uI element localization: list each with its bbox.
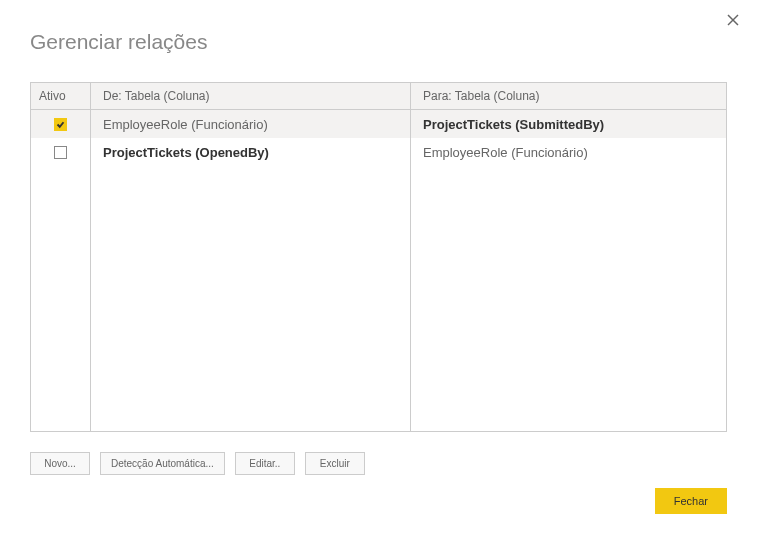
dialog-footer: Fechar	[655, 488, 727, 514]
new-button[interactable]: Novo...	[30, 452, 90, 475]
close-button[interactable]: Fechar	[655, 488, 727, 514]
header-active: Ativo	[31, 83, 91, 109]
table-row[interactable]: EmployeeRole (Funcionário) ProjectTicket…	[31, 110, 726, 138]
to-text: ProjectTickets (SubmittedBy)	[423, 117, 604, 132]
from-text: ProjectTickets (OpenedBy)	[103, 145, 269, 160]
dialog-title: Gerenciar relações	[30, 30, 727, 54]
from-text: EmployeeRole (Funcionário)	[103, 117, 268, 132]
manage-relationships-dialog: Gerenciar relações Ativo De: Tabela (Col…	[0, 0, 757, 534]
cell-active	[31, 110, 91, 138]
grid-empty-area	[31, 166, 726, 431]
action-buttons: Novo... Detecção Automática... Editar.. …	[30, 452, 727, 475]
cell-from: EmployeeRole (Funcionário)	[91, 110, 411, 138]
edit-button[interactable]: Editar..	[235, 452, 295, 475]
cell-from: ProjectTickets (OpenedBy)	[91, 138, 411, 166]
active-checkbox[interactable]	[54, 118, 67, 131]
active-checkbox[interactable]	[54, 146, 67, 159]
autodetect-button[interactable]: Detecção Automática...	[100, 452, 225, 475]
header-from: De: Tabela (Coluna)	[91, 83, 411, 109]
relationships-grid: Ativo De: Tabela (Coluna) Para: Tabela (…	[30, 82, 727, 432]
grid-rows: EmployeeRole (Funcionário) ProjectTicket…	[31, 110, 726, 166]
delete-button[interactable]: Excluir	[305, 452, 365, 475]
cell-to: EmployeeRole (Funcionário)	[411, 138, 726, 166]
header-to: Para: Tabela (Coluna)	[411, 83, 726, 109]
close-icon[interactable]	[723, 10, 743, 30]
cell-active	[31, 138, 91, 166]
table-row[interactable]: ProjectTickets (OpenedBy) EmployeeRole (…	[31, 138, 726, 166]
to-text: EmployeeRole (Funcionário)	[423, 145, 588, 160]
cell-to: ProjectTickets (SubmittedBy)	[411, 110, 726, 138]
grid-header: Ativo De: Tabela (Coluna) Para: Tabela (…	[31, 83, 726, 110]
